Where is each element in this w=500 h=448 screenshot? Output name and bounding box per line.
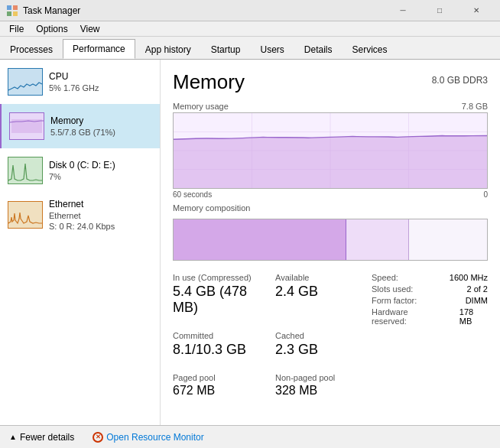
chart-comp-label: Memory composition	[173, 203, 488, 213]
cpu-mini-graph	[8, 68, 43, 96]
stat-hwres-value: 178 MB	[459, 307, 488, 326]
stat-committed-label: Committed	[173, 331, 257, 340]
stat-cached-value: 2.3 GB	[275, 342, 359, 358]
content-header: Memory 8.0 GB DDR3	[173, 70, 488, 94]
memory-mini-graph	[9, 112, 44, 140]
fewer-details-button[interactable]: ▲ Fewer details	[6, 430, 77, 444]
app-icon	[6, 5, 18, 17]
comp-used	[174, 219, 346, 260]
tab-startup[interactable]: Startup	[201, 39, 251, 59]
memory-usage-graph-box	[173, 112, 488, 189]
disk-value: 7%	[49, 172, 152, 181]
chart-usage-label: Memory usage 7.8 GB	[173, 102, 488, 111]
menu-options[interactable]: Options	[30, 22, 73, 36]
content-area: Memory 8.0 GB DDR3 Memory usage 7.8 GB	[161, 60, 500, 425]
comp-free	[409, 219, 488, 260]
chart-usage-max: 7.8 GB	[462, 102, 488, 111]
stat-available: Available 2.4 GB	[275, 270, 365, 322]
cpu-value: 5% 1.76 GHz	[49, 83, 152, 93]
menu-view[interactable]: View	[74, 22, 106, 36]
stat-cached: Cached 2.3 GB	[275, 328, 365, 364]
menu-file[interactable]: File	[3, 22, 30, 36]
minimize-button[interactable]: ─	[385, 0, 420, 21]
stat-paged: Paged pool 672 MB	[173, 370, 263, 404]
chart-time-label: 60 seconds	[173, 190, 212, 199]
tab-users[interactable]: Users	[250, 39, 294, 59]
chart-zero-label: 0	[483, 190, 488, 199]
chart-comp-title: Memory composition	[173, 203, 250, 213]
tab-services[interactable]: Services	[343, 39, 398, 59]
memory-usage-chart: Memory usage 7.8 GB	[173, 102, 488, 199]
stat-cached-label: Cached	[275, 331, 359, 340]
ethernet-label: Ethernet	[49, 199, 152, 209]
ethernet-value: S: 0 R: 24.0 Kbps	[49, 222, 152, 231]
stat-committed-value: 8.1/10.3 GB	[173, 342, 257, 358]
memory-value: 5.5/7.8 GB (71%)	[50, 128, 152, 137]
sidebar-item-ethernet[interactable]: Ethernet Ethernet S: 0 R: 24.0 Kbps	[0, 193, 160, 237]
window-controls: ─ □ ✕	[385, 0, 494, 21]
sidebar-item-disk[interactable]: Disk 0 (C: D: E:) 7%	[0, 148, 160, 193]
ethernet-info: Ethernet Ethernet S: 0 R: 24.0 Kbps	[49, 199, 152, 231]
bottom-bar: ▲ Fewer details ✕ Open Resource Monitor	[0, 425, 500, 448]
sidebar-item-cpu[interactable]: CPU 5% 1.76 GHz	[0, 60, 160, 104]
fewer-details-label: Fewer details	[20, 432, 74, 443]
stat-available-label: Available	[275, 273, 359, 282]
open-resource-monitor-link[interactable]: ✕ Open Resource Monitor	[93, 432, 203, 443]
cpu-label: CPU	[49, 71, 152, 82]
sidebar: CPU 5% 1.76 GHz Memory 5.5/7.8 GB (71%)	[0, 60, 161, 425]
close-button[interactable]: ✕	[459, 0, 494, 21]
stat-speed-value: 1600 MHz	[450, 273, 488, 282]
main-area: CPU 5% 1.76 GHz Memory 5.5/7.8 GB (71%)	[0, 60, 500, 425]
stats-area: In use (Compressed) 5.4 GB (478 MB) Avai…	[173, 270, 488, 404]
stat-inuse: In use (Compressed) 5.4 GB (478 MB)	[173, 270, 263, 322]
comp-standby	[346, 219, 409, 260]
memory-composition-graph-box	[173, 219, 488, 261]
ethernet-mini-graph	[8, 201, 43, 229]
memory-label: Memory	[50, 115, 152, 126]
stat-inuse-value: 5.4 GB (478 MB)	[173, 284, 257, 316]
chart-usage-title: Memory usage	[173, 102, 229, 111]
svg-rect-2	[7, 11, 11, 16]
stat-speed-row: Speed: 1600 MHz	[372, 273, 488, 282]
stat-form-label: Form factor:	[372, 296, 417, 305]
tab-details[interactable]: Details	[294, 39, 343, 59]
svg-rect-8	[8, 202, 42, 228]
maximize-button[interactable]: □	[422, 0, 457, 21]
left-stats: In use (Compressed) 5.4 GB (478 MB) Avai…	[173, 270, 365, 404]
ethernet-sublabel: Ethernet	[49, 211, 152, 220]
tab-performance[interactable]: Performance	[63, 39, 135, 59]
stat-form-value: DIMM	[466, 296, 488, 305]
resource-monitor-icon: ✕	[93, 432, 103, 443]
disk-mini-graph	[8, 157, 43, 184]
content-title: Memory	[173, 70, 245, 94]
stat-form-row: Form factor: DIMM	[372, 296, 488, 305]
tab-processes[interactable]: Processes	[0, 39, 63, 59]
window-title: Task Manager	[23, 5, 385, 16]
content-subtitle: 8.0 GB DDR3	[432, 75, 488, 86]
stats-grid: In use (Compressed) 5.4 GB (478 MB) Avai…	[173, 270, 365, 404]
stat-inuse-label: In use (Compressed)	[173, 273, 257, 282]
stat-nonpaged-value: 328 MB	[275, 384, 359, 398]
title-bar: Task Manager ─ □ ✕	[0, 0, 500, 21]
disk-info: Disk 0 (C: D: E:) 7%	[49, 160, 152, 181]
stat-hwres-row: Hardware reserved: 178 MB	[372, 307, 488, 326]
sidebar-item-memory[interactable]: Memory 5.5/7.8 GB (71%)	[0, 104, 160, 148]
stat-committed: Committed 8.1/10.3 GB	[173, 328, 263, 364]
stat-paged-value: 672 MB	[173, 384, 257, 398]
svg-rect-4	[8, 69, 42, 95]
disk-label: Disk 0 (C: D: E:)	[49, 160, 152, 170]
menu-bar: File Options View	[0, 21, 500, 37]
tab-apphistory[interactable]: App history	[135, 39, 201, 59]
memory-composition-chart: Memory composition	[173, 203, 488, 261]
stat-nonpaged: Non-paged pool 328 MB	[275, 370, 365, 404]
svg-rect-0	[7, 5, 11, 10]
svg-rect-3	[13, 11, 18, 16]
stat-speed-label: Speed:	[372, 273, 398, 282]
stat-available-value: 2.4 GB	[275, 284, 359, 300]
cpu-info: CPU 5% 1.76 GHz	[49, 71, 152, 93]
tab-bar: Processes Performance App history Startu…	[0, 37, 500, 60]
right-stats: Speed: 1600 MHz Slots used: 2 of 2 Form …	[365, 270, 488, 404]
resource-monitor-label: Open Resource Monitor	[106, 432, 203, 443]
stat-paged-label: Paged pool	[173, 373, 257, 382]
stat-slots-label: Slots used:	[372, 284, 413, 294]
